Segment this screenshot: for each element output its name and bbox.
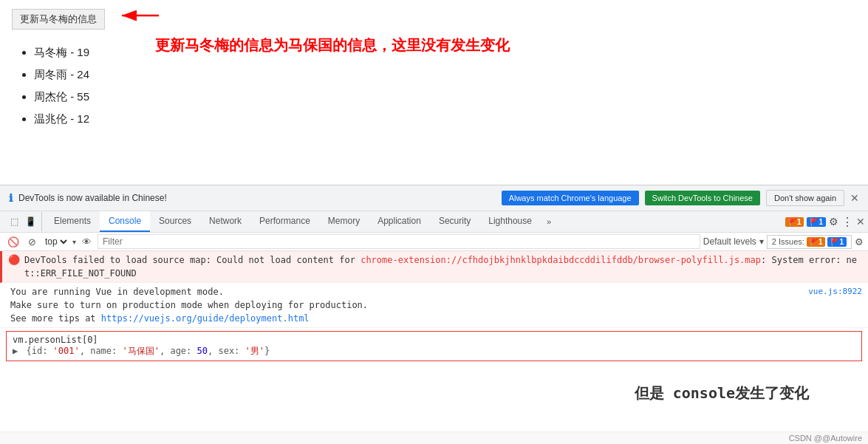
list-item: 周冬雨 - 24 xyxy=(34,64,856,86)
default-levels: Default levels ▾ xyxy=(703,236,764,247)
arrow-annotation xyxy=(118,4,163,27)
vm-object-text: {id: '001', name: '马保国', age: 50, sex: '… xyxy=(26,346,270,356)
tab-sources[interactable]: Sources xyxy=(150,211,200,232)
vm-object[interactable]: ▶ {id: '001', name: '马保国', age: 50, sex:… xyxy=(13,345,855,358)
tab-console[interactable]: Console xyxy=(100,211,150,232)
always-match-button[interactable]: Always match Chrome's language xyxy=(502,191,639,205)
context-select[interactable]: top xyxy=(42,236,69,247)
update-button[interactable]: 更新马冬梅的信息 xyxy=(12,9,105,30)
bottom-bar: CSDN @@Autowire xyxy=(0,431,868,444)
show-console-settings-button[interactable]: 👁 xyxy=(79,235,95,249)
switch-to-chinese-button[interactable]: Switch DevTools to Chinese xyxy=(645,191,760,205)
vue-deployment-link[interactable]: https://vuejs.org/guide/deployment.html xyxy=(101,313,310,324)
info-icon: ℹ xyxy=(9,192,13,204)
error-badge: 🚩1 xyxy=(785,217,804,227)
console-toolbar: 🚫 ⊘ top ▾ 👁 Default levels ▾ 2 Issues: 🚩… xyxy=(0,233,868,251)
console-annotation: 但是 console发生了变化 xyxy=(635,383,809,403)
main-content: 更新马冬梅的信息 更新马冬梅的信息为马保国的信息，这里没有发生变化 马冬梅 - … xyxy=(0,0,868,185)
vm-box: vm.personList[0] ▶ {id: '001', name: '马保… xyxy=(6,331,862,361)
tab-memory[interactable]: Memory xyxy=(319,211,369,232)
lang-banner: ℹ DevTools is now available in Chinese! … xyxy=(0,185,868,211)
default-levels-arrow[interactable]: ▾ xyxy=(759,236,764,247)
console-content[interactable]: 🔴 DevTools failed to load source map: Co… xyxy=(0,251,868,444)
tab-right-icons: 🚩1 🚩1 ⚙ ⋮ ✕ xyxy=(785,215,865,229)
tab-elements[interactable]: Elements xyxy=(45,211,100,232)
close-icon[interactable]: ✕ xyxy=(850,192,859,204)
device-icon[interactable]: 📱 xyxy=(24,215,37,228)
inspect-icon[interactable]: ⬚ xyxy=(7,215,21,228)
console-row-vue-info: You are running Vue in development mode.… xyxy=(0,283,868,328)
issues-button[interactable]: 2 Issues: 🚩1 🚩1 xyxy=(767,235,852,249)
default-levels-label: Default levels xyxy=(703,236,756,247)
tab-security[interactable]: Security xyxy=(430,211,479,232)
stop-on-error-button[interactable]: ⊘ xyxy=(25,235,39,249)
settings-icon[interactable]: ⚙ xyxy=(829,216,838,228)
lang-banner-text: DevTools is now available in Chinese! xyxy=(18,193,496,203)
console-row-error: 🔴 DevTools failed to load source map: Co… xyxy=(0,251,868,283)
filter-input[interactable] xyxy=(98,234,700,249)
issues-error-badge: 🚩1 xyxy=(807,237,826,247)
tab-network[interactable]: Network xyxy=(200,211,250,232)
info-badge: 🚩1 xyxy=(807,217,826,227)
devtools-panel: ℹ DevTools is now available in Chinese! … xyxy=(0,185,868,444)
dont-show-again-button[interactable]: Don't show again xyxy=(766,190,844,206)
list-item: 周杰伦 - 55 xyxy=(34,86,856,108)
context-dropdown-icon[interactable]: ▾ xyxy=(72,238,76,246)
tab-performance[interactable]: Performance xyxy=(250,211,319,232)
tab-icon-group: ⬚ 📱 xyxy=(3,212,42,231)
more-options-icon[interactable]: ⋮ xyxy=(841,215,853,229)
expand-icon[interactable]: ▶ xyxy=(13,346,18,356)
more-tabs-icon[interactable]: » xyxy=(541,213,557,230)
console-error-text: DevTools failed to load source map: Coul… xyxy=(24,253,862,280)
clear-console-button[interactable]: 🚫 xyxy=(4,235,22,249)
list-item: 温兆伦 - 12 xyxy=(34,108,856,130)
issues-text: 2 Issues: xyxy=(772,237,804,246)
console-vue-text: You are running Vue in development mode.… xyxy=(10,285,802,325)
devtools-tabs: ⬚ 📱 Elements Console Sources Network Per… xyxy=(0,211,868,233)
console-settings-icon[interactable]: ⚙ xyxy=(855,236,864,247)
issues-info-badge: 🚩1 xyxy=(827,237,847,247)
tab-lighthouse[interactable]: Lighthouse xyxy=(479,211,541,232)
devtools-close-icon[interactable]: ✕ xyxy=(856,216,865,228)
tab-application[interactable]: Application xyxy=(369,211,430,232)
vm-title: vm.personList[0] xyxy=(13,335,855,345)
console-source-label[interactable]: vue.js:8922 xyxy=(808,287,862,296)
error-icon: 🔴 xyxy=(8,254,20,265)
annotation-text: 更新马冬梅的信息为马保国的信息，这里没有发生变化 xyxy=(155,35,510,55)
